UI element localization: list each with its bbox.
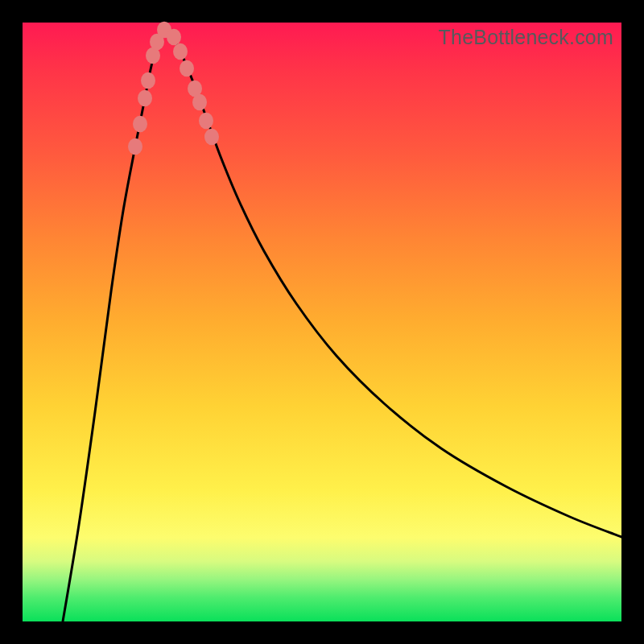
data-marker: [167, 29, 181, 46]
data-marker: [192, 94, 207, 111]
chart-frame: TheBottleneck.com: [0, 0, 644, 644]
bottleneck-curve: [63, 29, 621, 621]
chart-plot-area: TheBottleneck.com: [23, 23, 621, 621]
data-marker: [204, 129, 219, 146]
data-marker: [180, 60, 194, 77]
data-marker: [141, 72, 155, 89]
data-marker: [138, 90, 152, 107]
marker-group: [128, 22, 219, 155]
data-marker: [133, 116, 147, 133]
data-marker: [173, 43, 188, 60]
data-marker: [128, 138, 142, 155]
data-marker: [199, 113, 213, 130]
curve-layer: [23, 23, 621, 621]
